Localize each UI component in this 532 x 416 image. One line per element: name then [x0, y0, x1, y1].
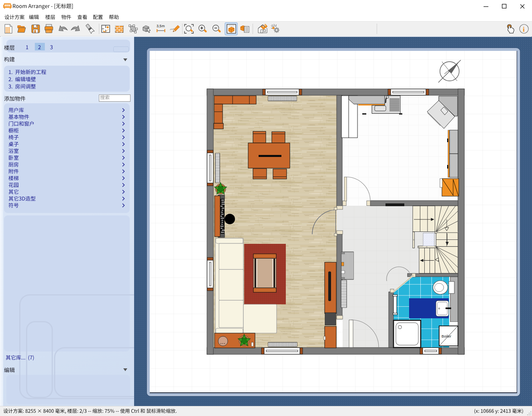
svg-text:Boiler: Boiler	[442, 334, 451, 338]
svg-text:i: i	[523, 26, 525, 33]
svg-text:3,5: 3,5	[157, 24, 162, 28]
svg-text:m: m	[162, 24, 165, 28]
